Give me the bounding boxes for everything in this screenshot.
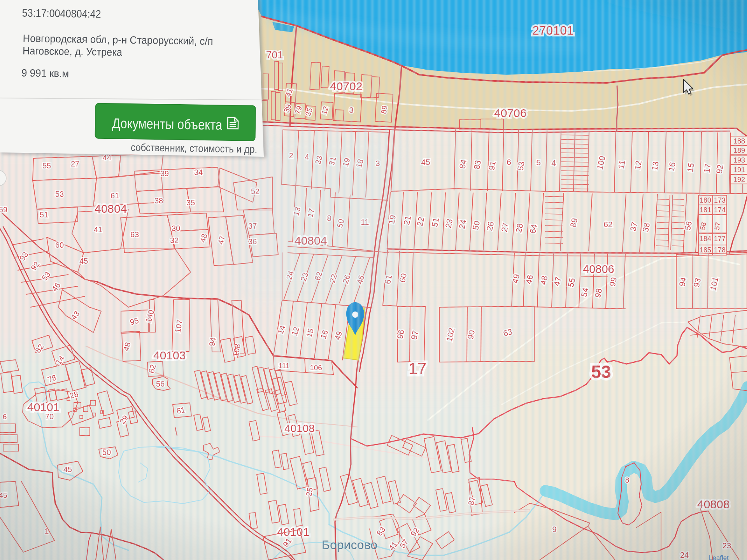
svg-text:9 991 кв.м: 9 991 кв.м: [21, 67, 69, 80]
svg-text:53:17:0040804:42: 53:17:0040804:42: [22, 7, 101, 20]
svg-text:Наговское, д. Устрека: Наговское, д. Устрека: [23, 45, 123, 58]
svg-text:собственник, стоимость и др.: собственник, стоимость и др.: [131, 142, 257, 155]
svg-text:Документы объекта: Документы объекта: [112, 115, 223, 133]
